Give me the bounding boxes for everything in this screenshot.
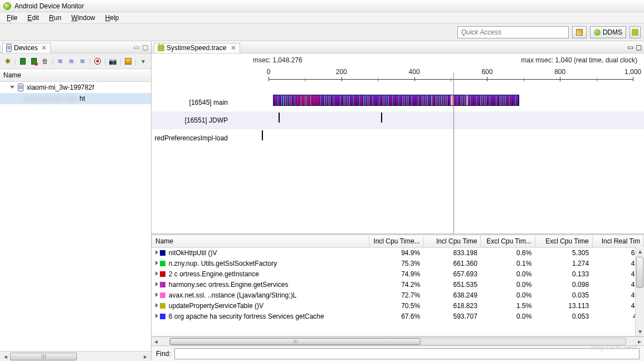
devices-toolbar: ✱ | 🗑 | ≋ ≋ ≋ | ■ | 📷 | | ▾ bbox=[0, 53, 151, 69]
msec-bar: msec: 1,048.276 max msec: 1,040 (real ti… bbox=[152, 53, 644, 67]
expand-icon[interactable] bbox=[155, 250, 158, 255]
cause-gc-icon[interactable]: 🗑 bbox=[41, 56, 50, 66]
scroll-thumb[interactable] bbox=[10, 353, 77, 360]
thread-mark bbox=[381, 113, 382, 123]
method-name: nitOkHttpUtil ()V bbox=[169, 249, 217, 257]
devices-hscrollbar[interactable]: ◂ ▸ bbox=[0, 351, 151, 361]
update-threads-icon[interactable]: ≋ bbox=[56, 56, 65, 66]
menu-help[interactable]: Help bbox=[101, 13, 124, 23]
incl-cpu-pct: 75.3% bbox=[369, 258, 424, 269]
close-icon[interactable]: ✕ bbox=[41, 44, 47, 52]
tick-label: 800 bbox=[554, 68, 565, 76]
tick-label: 1,000 bbox=[625, 68, 641, 76]
scroll-down-icon[interactable]: ▾ bbox=[636, 327, 644, 336]
devices-column-header[interactable]: Name bbox=[0, 69, 151, 82]
perspective-more-button[interactable] bbox=[630, 26, 641, 38]
col-excl-cpu-pct[interactable]: Excl Cpu Tim... bbox=[481, 235, 535, 248]
menu-run[interactable]: Run bbox=[45, 13, 66, 23]
trace-tab[interactable]: SystimeSpeed.trace ✕ bbox=[154, 43, 240, 53]
table-row[interactable]: n.zny.nup. Utils.getSslSocketFactory75.3… bbox=[152, 258, 644, 269]
table-row[interactable]: 2 c ortress.Engine.getInstance74.9%657.6… bbox=[152, 269, 644, 280]
table-row[interactable]: avax.net.ssl. ..nstance (Ljava/lang/Stri… bbox=[152, 290, 644, 301]
scroll-thumb[interactable] bbox=[170, 338, 421, 345]
color-swatch bbox=[160, 261, 165, 266]
excl-cpu: 0.053 bbox=[535, 311, 592, 322]
screen-capture-icon[interactable]: 📷 bbox=[109, 56, 118, 66]
expand-icon[interactable] bbox=[155, 271, 158, 276]
col-incl-real[interactable]: Incl Real Tim bbox=[592, 235, 643, 248]
ddms-perspective-button[interactable]: DDMS bbox=[590, 26, 626, 38]
devices-tab[interactable]: Devices ✕ bbox=[2, 43, 51, 53]
timeline-pane[interactable]: 0 200 400 600 800 1,000 [16545] main [16… bbox=[152, 67, 644, 234]
process-name-suffix: ht bbox=[80, 95, 85, 103]
debug-icon[interactable]: ✱ bbox=[3, 56, 12, 66]
scroll-thumb[interactable] bbox=[636, 257, 643, 288]
dump-hprof-icon[interactable] bbox=[30, 56, 38, 66]
excl-cpu-pct: 0.0% bbox=[481, 269, 535, 280]
expand-icon[interactable] bbox=[155, 292, 158, 297]
quick-access-input[interactable] bbox=[457, 26, 569, 38]
thread-mark bbox=[279, 113, 280, 123]
minimize-icon[interactable]: ▭ bbox=[132, 43, 140, 51]
incl-cpu: 833.198 bbox=[423, 248, 481, 258]
col-incl-cpu[interactable]: Incl Cpu Time bbox=[423, 235, 481, 248]
table-row[interactable]: updatePropertyServiceTable ()V70.5%618.8… bbox=[152, 301, 644, 311]
minimize-icon[interactable]: ▭ bbox=[627, 43, 633, 51]
devices-tab-label: Devices bbox=[14, 44, 38, 52]
stop-process-icon[interactable]: ■ bbox=[93, 56, 102, 66]
close-icon[interactable]: ✕ bbox=[231, 44, 236, 52]
thread-track-main[interactable] bbox=[273, 95, 519, 106]
menu-edit[interactable]: Edit bbox=[23, 13, 43, 23]
table-row[interactable]: 6 org apache ha security fortress Servic… bbox=[152, 311, 644, 322]
table-row[interactable]: harmony.sec ortress.Engine.getServices74… bbox=[152, 280, 644, 290]
table-vscrollbar[interactable]: ▴ ▾ bbox=[635, 247, 644, 336]
incl-cpu: 651.535 bbox=[423, 280, 481, 290]
maximize-icon[interactable]: ▢ bbox=[636, 43, 642, 51]
color-swatch bbox=[160, 282, 165, 287]
process-row[interactable]: com.package.appht bbox=[0, 93, 151, 104]
scroll-up-icon[interactable]: ▴ bbox=[636, 247, 644, 256]
expand-icon[interactable] bbox=[10, 86, 14, 89]
table-header-row[interactable]: Name Incl Cpu Time... Incl Cpu Time Excl… bbox=[152, 235, 644, 248]
excl-cpu-pct: 0.1% bbox=[481, 258, 535, 269]
scroll-left-icon[interactable]: ◂ bbox=[1, 353, 10, 360]
expand-icon[interactable] bbox=[155, 282, 158, 286]
method-name: harmony.sec ortress.Engine.getServices bbox=[169, 281, 289, 289]
maximize-icon[interactable]: ▢ bbox=[141, 43, 149, 51]
scroll-right-icon[interactable]: ▸ bbox=[141, 353, 150, 360]
expand-icon[interactable] bbox=[155, 303, 158, 308]
find-input[interactable] bbox=[174, 348, 640, 359]
method-name: avax.net.ssl. ..nstance (Ljava/lang/Stri… bbox=[169, 291, 296, 299]
col-excl-cpu[interactable]: Excl Cpu Time bbox=[535, 235, 592, 248]
title-bar: Android Device Monitor bbox=[0, 0, 644, 12]
expand-icon[interactable] bbox=[155, 314, 158, 318]
open-perspective-button[interactable] bbox=[572, 26, 587, 38]
android-icon bbox=[632, 29, 638, 36]
menu-file[interactable]: File bbox=[2, 13, 22, 23]
incl-cpu-pct: 70.5% bbox=[369, 301, 424, 311]
ddms-label: DDMS bbox=[603, 28, 622, 36]
update-heap-icon[interactable] bbox=[18, 56, 27, 66]
color-swatch bbox=[160, 303, 165, 309]
quick-access-bar: DDMS bbox=[0, 23, 644, 41]
playhead[interactable] bbox=[453, 72, 454, 233]
devices-tree[interactable]: Name xiaomi-mi_3w-199782f com.package.ap… bbox=[0, 69, 151, 351]
method-table[interactable]: Name Incl Cpu Time... Incl Cpu Time Excl… bbox=[152, 235, 644, 322]
menu-window[interactable]: Window bbox=[67, 13, 100, 23]
table-hscrollbar[interactable]: ◂ ▸ bbox=[152, 336, 644, 345]
table-row[interactable]: nitOkHttpUtil ()V94.9%833.1980.6%5.30561… bbox=[152, 248, 644, 258]
incl-cpu: 657.693 bbox=[423, 269, 481, 280]
msec-max: max msec: 1,040 (real time, dual clock) bbox=[521, 56, 637, 64]
view-menu-icon[interactable]: ▾ bbox=[139, 56, 148, 66]
hierarchy-dump-icon[interactable] bbox=[124, 56, 133, 66]
expand-icon[interactable] bbox=[155, 261, 158, 265]
trace-panel: SystimeSpeed.trace ✕ ▭ ▢ msec: 1,048.276… bbox=[152, 41, 644, 361]
start-alloc-tracking-icon[interactable]: ≋ bbox=[78, 56, 87, 66]
col-name[interactable]: Name bbox=[152, 235, 369, 248]
method-table-scroll[interactable]: Name Incl Cpu Time... Incl Cpu Time Excl… bbox=[152, 234, 644, 336]
start-method-profiling-icon[interactable]: ≋ bbox=[67, 56, 76, 66]
col-incl-cpu-pct[interactable]: Incl Cpu Time... bbox=[369, 235, 424, 248]
device-row[interactable]: xiaomi-mi_3w-199782f bbox=[0, 82, 151, 93]
incl-cpu: 593.707 bbox=[423, 311, 481, 322]
thread-mark bbox=[262, 130, 263, 140]
